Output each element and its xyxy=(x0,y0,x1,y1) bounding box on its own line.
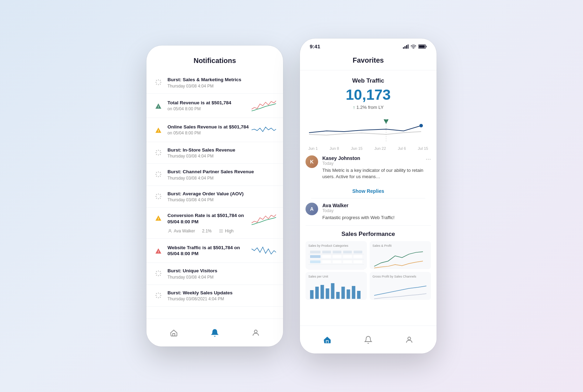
phone2-content: Favorites Web Traffic 10,173 ↑ 1.2% from… xyxy=(300,52,437,326)
svg-rect-79 xyxy=(343,251,352,253)
svg-rect-64 xyxy=(408,44,409,49)
bell-icon xyxy=(363,335,373,345)
notification-text: Burst: Channel Partner Sales Revenue Thu… xyxy=(167,169,276,181)
notification-item[interactable]: Burst: Unique Visitors Thursday 03/08 4:… xyxy=(146,263,283,285)
burst-icon xyxy=(153,169,163,179)
svg-line-19 xyxy=(160,150,160,151)
comment-author: Kasey Johnston xyxy=(322,155,360,161)
bell-active-icon xyxy=(210,328,220,338)
svg-point-101 xyxy=(408,337,411,340)
sales-chart-profit: Sales & Profit xyxy=(370,241,431,269)
alert-yellow-icon: ! xyxy=(153,213,163,223)
notification-chart xyxy=(252,123,276,137)
comment-time: Today xyxy=(322,161,360,166)
notification-item[interactable]: Burst: In-Store Sales Revenue Thursday 0… xyxy=(146,142,283,164)
notification-item[interactable]: Burst: Sales & Marketing Metrics Thursda… xyxy=(146,72,283,94)
svg-rect-93 xyxy=(321,285,324,299)
svg-rect-83 xyxy=(333,255,342,258)
nav-home-active[interactable] xyxy=(322,335,332,345)
comment-more-icon[interactable]: ··· xyxy=(426,155,431,163)
signal-icon xyxy=(403,44,409,49)
show-replies-button[interactable]: Show Replies xyxy=(306,184,431,198)
svg-rect-97 xyxy=(341,287,345,299)
notification-item[interactable]: Burst: Average Order Value (AOV) Thursda… xyxy=(146,186,283,208)
status-icons xyxy=(403,44,427,49)
profile-icon xyxy=(251,328,261,338)
notification-item[interactable]: Burst: Weekly Sales Updates Thursday 03/… xyxy=(146,285,283,307)
alert-yellow-icon: ! xyxy=(153,125,163,135)
phone2-favorites: 9:41 xyxy=(300,38,437,354)
comment-item: K Kasey Johnston Today ··· This Metric i… xyxy=(306,155,431,180)
notification-text: Website Traffic is at $501,784 on 05/04 … xyxy=(167,245,249,257)
phone2-bottom-nav xyxy=(300,326,437,354)
notification-chart xyxy=(252,99,276,113)
burst-icon xyxy=(153,290,163,300)
comment-text: Fantastic progress with Web Traffic! xyxy=(322,215,431,221)
svg-rect-76 xyxy=(310,251,321,253)
notification-item[interactable]: Burst: Channel Partner Sales Revenue Thu… xyxy=(146,164,283,186)
battery-icon xyxy=(418,44,427,49)
svg-rect-98 xyxy=(347,289,350,299)
svg-line-55 xyxy=(160,297,160,298)
svg-rect-78 xyxy=(333,251,342,253)
svg-line-26 xyxy=(156,176,157,176)
notification-text: Burst: Weekly Sales Updates Thursday 03/… xyxy=(167,290,276,302)
metric-value: 10,173 xyxy=(308,86,428,103)
svg-rect-68 xyxy=(419,45,425,48)
svg-line-46 xyxy=(156,271,157,272)
svg-rect-100 xyxy=(357,291,361,299)
svg-line-59 xyxy=(160,293,160,294)
status-bar: 9:41 xyxy=(300,38,437,52)
svg-line-31 xyxy=(160,198,160,198)
svg-line-51 xyxy=(160,271,160,272)
svg-line-23 xyxy=(160,176,160,176)
notification-item[interactable]: ! Website Traffic is at $501,784 on 05/0… xyxy=(146,239,283,263)
svg-rect-62 xyxy=(405,46,406,49)
svg-line-15 xyxy=(160,154,160,155)
svg-rect-94 xyxy=(326,288,329,299)
svg-text:!: ! xyxy=(158,217,159,220)
svg-point-38 xyxy=(169,230,171,231)
notification-text: Total Revenue is at $501,784 on 05/04 8:… xyxy=(167,100,249,112)
meta-user: Ava Walker xyxy=(167,229,195,233)
comments-section: K Kasey Johnston Today ··· This Metric i… xyxy=(300,150,437,221)
svg-rect-90 xyxy=(354,260,362,263)
notification-item[interactable]: ! Online Sales Revenue is at $501,784 on… xyxy=(146,118,283,142)
svg-rect-92 xyxy=(315,287,319,299)
notification-item[interactable]: ! Total Revenue is at $501,784 on 05/04 … xyxy=(146,94,283,118)
avatar-kasey: K xyxy=(306,155,318,168)
notification-text: Online Sales Revenue is at $501,784 on 0… xyxy=(167,124,249,136)
alert-green-icon: ! xyxy=(153,101,163,111)
burst-icon xyxy=(153,77,163,87)
notification-item[interactable]: ! Conversion Rate is at $501,784 on 05/0… xyxy=(146,208,283,239)
svg-rect-85 xyxy=(354,255,362,258)
nav-notifications[interactable] xyxy=(210,328,220,338)
svg-line-54 xyxy=(156,293,157,294)
svg-line-30 xyxy=(156,194,157,195)
status-time: 9:41 xyxy=(310,43,320,49)
notification-text: Burst: Sales & Marketing Metrics Thursda… xyxy=(167,77,276,89)
phone1-notifications: Notifications Burst: Sales & Marketing M… xyxy=(146,46,283,346)
svg-line-7 xyxy=(160,80,160,81)
nav-profile[interactable] xyxy=(251,328,261,338)
burst-icon xyxy=(153,148,163,158)
phone1-bottom-nav xyxy=(146,318,283,346)
favorites-title: Favorites xyxy=(300,52,437,70)
nav-notifications[interactable] xyxy=(363,335,373,345)
nav-profile[interactable] xyxy=(404,335,414,345)
svg-rect-63 xyxy=(406,45,407,49)
sales-performance-title: Sales Performance xyxy=(306,231,431,238)
metric-change: ↑ 1.2% from LY xyxy=(308,105,428,110)
svg-rect-99 xyxy=(352,286,355,299)
comment-body: Ava Walker Today Fantastic progress with… xyxy=(322,203,431,221)
nav-home[interactable] xyxy=(169,328,179,338)
svg-rect-82 xyxy=(322,255,331,258)
sales-chart-table: Sales by Product Categories xyxy=(306,241,367,269)
svg-rect-80 xyxy=(354,251,362,253)
svg-line-6 xyxy=(156,84,157,84)
svg-rect-87 xyxy=(322,260,331,263)
metric-name: Web Traffic xyxy=(308,77,428,84)
svg-rect-77 xyxy=(322,251,331,253)
svg-line-27 xyxy=(160,172,160,173)
notifications-title: Notifications xyxy=(146,57,283,65)
